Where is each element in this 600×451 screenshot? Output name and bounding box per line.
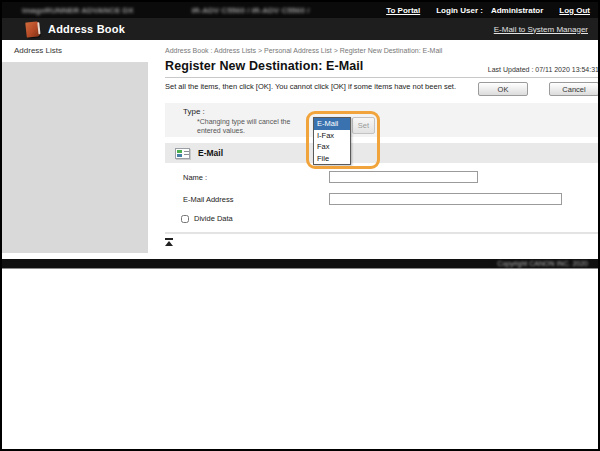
footer-bar: Copyright CANON INC. 2020	[2, 259, 598, 268]
address-book-icon	[25, 21, 39, 37]
email-field-row: E-Mail Address	[165, 191, 599, 207]
scroll-to-top-icon[interactable]	[165, 238, 175, 246]
login-user-label: Login User :	[436, 6, 483, 15]
topbar-links: To Portal Login User : Administrator Log…	[370, 6, 590, 15]
app-title: Address Book	[48, 23, 125, 35]
type-section: Type : *Changing type will cancel the en…	[165, 103, 599, 137]
divide-data-label: Divide Data	[194, 214, 233, 223]
to-portal-link[interactable]: To Portal	[386, 6, 420, 15]
type-note: *Changing type will cancel the entered v…	[197, 117, 309, 135]
content-area: Address Lists Address Book : Address Lis…	[2, 40, 598, 253]
email-to-system-manager-link[interactable]: E-Mail to System Manager	[494, 25, 588, 34]
name-label: Name :	[183, 173, 207, 182]
instruction-text: Set all the items, then click [OK]. You …	[165, 82, 457, 96]
device-model-text: imageRUNNER ADVANCE DX	[22, 6, 134, 15]
type-dropdown-list[interactable]: E-Mail I-Fax Fax File	[313, 117, 351, 165]
set-button[interactable]: Set	[352, 117, 375, 134]
name-input[interactable]	[329, 171, 478, 183]
main-panel: Address Book : Address Lists > Personal …	[148, 40, 600, 253]
sidebar: Address Lists	[2, 40, 148, 253]
last-updated: Last Updated : 07/11 2020 13:54:31	[488, 66, 599, 73]
email-destination-icon	[175, 148, 190, 159]
dropdown-option-email[interactable]: E-Mail	[314, 118, 350, 130]
email-address-label: E-Mail Address	[183, 195, 233, 204]
action-buttons: OK Cancel	[457, 82, 599, 96]
device-name-text: iR-ADV C5560 / iR-ADV C5560 /	[192, 6, 310, 15]
title-divider	[165, 77, 599, 78]
dropdown-option-file[interactable]: File	[314, 153, 350, 165]
top-bar: imageRUNNER ADVANCE DX iR-ADV C5560 / iR…	[2, 2, 598, 18]
page-blank-area	[2, 269, 598, 448]
dropdown-option-ifax[interactable]: I-Fax	[314, 130, 350, 142]
app-bar: Address Book E-Mail to System Manager	[2, 18, 598, 40]
browser-viewport: imageRUNNER ADVANCE DX iR-ADV C5560 / iR…	[0, 0, 600, 451]
sidebar-item-address-lists[interactable]: Address Lists	[2, 40, 148, 62]
title-row: Register New Destination: E-Mail Last Up…	[165, 59, 599, 73]
divide-data-checkbox[interactable]	[181, 215, 189, 223]
login-user-value: Administrator	[491, 6, 543, 15]
email-section-title: E-Mail	[198, 148, 223, 158]
email-address-input[interactable]	[329, 193, 562, 205]
section-divider	[165, 232, 599, 234]
copyright-text: Copyright CANON INC. 2020	[497, 260, 588, 267]
instruction-row: Set all the items, then click [OK]. You …	[165, 82, 599, 96]
dropdown-option-fax[interactable]: Fax	[314, 141, 350, 153]
ok-button[interactable]: OK	[478, 82, 528, 96]
cancel-button[interactable]: Cancel	[549, 82, 599, 96]
email-section-header: E-Mail	[165, 143, 599, 163]
divide-data-row: Divide Data	[181, 214, 599, 223]
log-out-link[interactable]: Log Out	[559, 6, 590, 15]
breadcrumb: Address Book : Address Lists > Personal …	[165, 47, 599, 54]
page-title: Register New Destination: E-Mail	[165, 59, 363, 73]
type-label: Type :	[183, 107, 599, 116]
name-field-row: Name :	[165, 169, 599, 185]
